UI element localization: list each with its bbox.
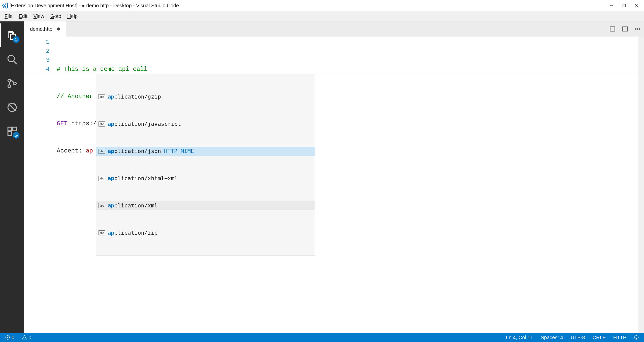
activity-search[interactable] — [0, 47, 24, 71]
tab-label: demo.http — [30, 26, 52, 32]
abc-icon: abc — [99, 121, 105, 127]
abc-icon: abc — [99, 149, 105, 154]
svg-line-5 — [13, 61, 17, 64]
svg-point-27 — [637, 337, 637, 337]
tab-demo-http[interactable]: demo.http — [24, 21, 66, 37]
svg-point-20 — [637, 28, 638, 29]
svg-point-6 — [8, 79, 11, 82]
suggest-item[interactable]: abc application/javascript — [96, 119, 315, 129]
status-bar: 0 0 Ln 4, Col 11 Spaces: 4 UTF-8 CRLF HT… — [0, 333, 644, 342]
svg-rect-12 — [12, 127, 16, 131]
editor-group: demo.http 1 2 3 4 # This is a demo api c… — [24, 21, 644, 333]
activity-extensions[interactable] — [0, 119, 24, 143]
main-area: 1 demo.http — [0, 21, 644, 333]
abc-icon: abc — [99, 203, 105, 208]
more-actions-button[interactable] — [631, 21, 644, 37]
smiley-icon — [634, 335, 639, 340]
vscode-logo-icon — [2, 2, 8, 9]
svg-line-10 — [8, 104, 16, 111]
status-language[interactable]: HTTP — [612, 335, 628, 340]
svg-point-7 — [8, 85, 11, 87]
status-warnings[interactable]: 0 — [20, 335, 33, 340]
svg-point-21 — [639, 28, 640, 29]
svg-rect-11 — [8, 127, 12, 131]
error-icon — [5, 335, 10, 340]
title-bar: [Extension Development Host] - ● demo.ht… — [0, 0, 644, 11]
svg-rect-1 — [623, 4, 626, 7]
status-spaces[interactable]: Spaces: 4 — [539, 335, 565, 340]
menu-view[interactable]: View — [30, 12, 47, 20]
line-number-gutter: 1 2 3 4 — [24, 37, 57, 333]
abc-icon: abc — [99, 94, 105, 99]
status-ln-col[interactable]: Ln 4, Col 11 — [504, 335, 535, 340]
menu-edit[interactable]: Edit — [16, 12, 30, 20]
maximize-button[interactable] — [618, 0, 630, 11]
svg-point-19 — [635, 28, 636, 29]
minimize-button[interactable] — [605, 0, 618, 11]
abc-icon: abc — [99, 176, 105, 181]
svg-point-25 — [635, 336, 638, 339]
dirty-indicator-icon — [57, 27, 60, 30]
window-title: [Extension Development Host] - ● demo.ht… — [10, 3, 179, 9]
suggest-item[interactable]: abc application/zip — [96, 228, 315, 237]
status-encoding[interactable]: UTF-8 — [569, 335, 587, 340]
menu-goto[interactable]: Goto — [47, 12, 64, 20]
suggest-item-selected[interactable]: abc application/jsonHTTP MIME — [96, 147, 315, 156]
svg-point-4 — [8, 55, 14, 62]
tab-bar: demo.http — [24, 21, 644, 37]
extensions-badge-icon — [13, 132, 19, 139]
menu-bar: File Edit View Goto Help — [0, 11, 644, 21]
activity-debug[interactable] — [0, 95, 24, 119]
status-feedback-button[interactable] — [632, 335, 640, 340]
split-editor-button[interactable] — [619, 21, 631, 37]
activity-bar: 1 — [0, 21, 24, 333]
suggest-item[interactable]: abc application/xhtml+xml — [96, 174, 315, 183]
abc-icon: abc — [99, 230, 105, 235]
explorer-badge: 1 — [13, 36, 19, 43]
suggest-item[interactable]: abc application/xml — [96, 201, 315, 210]
editor-scrollbar[interactable] — [638, 37, 644, 333]
suggest-item[interactable]: abc application/gzip — [96, 92, 315, 101]
status-eol[interactable]: CRLF — [591, 335, 607, 340]
svg-rect-16 — [611, 27, 614, 31]
intellisense-popup[interactable]: abc application/gzip abc application/jav… — [96, 74, 315, 256]
activity-scm[interactable] — [0, 71, 24, 95]
status-errors[interactable]: 0 — [4, 335, 16, 340]
code-line-1: # This is a demo api call — [57, 66, 147, 73]
menu-file[interactable]: File — [2, 12, 16, 20]
code-editor[interactable]: 1 2 3 4 # This is a demo api call // Ano… — [24, 37, 644, 333]
svg-point-26 — [636, 337, 636, 337]
menu-help[interactable]: Help — [64, 12, 81, 20]
warning-icon — [22, 335, 27, 340]
code-content[interactable]: # This is a demo api call // Another way… — [57, 37, 644, 333]
split-editor-secondary-icon[interactable] — [606, 21, 619, 37]
activity-explorer[interactable]: 1 — [0, 23, 24, 47]
svg-rect-13 — [8, 132, 12, 135]
close-button[interactable] — [630, 0, 643, 11]
